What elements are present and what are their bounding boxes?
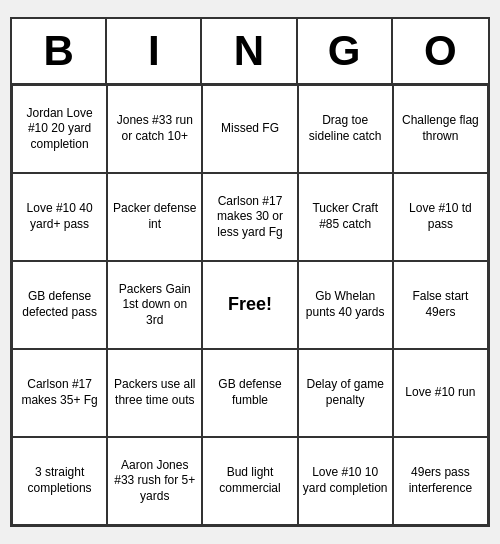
bingo-header: BINGO bbox=[12, 19, 488, 85]
bingo-cell-13[interactable]: Gb Whelan punts 40 yards bbox=[298, 261, 393, 349]
bingo-cell-7[interactable]: Carlson #17 makes 30 or less yard Fg bbox=[202, 173, 297, 261]
bingo-cell-0[interactable]: Jordan Love #10 20 yard completion bbox=[12, 85, 107, 173]
bingo-cell-21[interactable]: Aaron Jones #33 rush for 5+ yards bbox=[107, 437, 202, 525]
header-letter-O: O bbox=[393, 19, 488, 83]
bingo-cell-17[interactable]: GB defense fumble bbox=[202, 349, 297, 437]
bingo-cell-20[interactable]: 3 straight completions bbox=[12, 437, 107, 525]
bingo-cell-8[interactable]: Tucker Craft #85 catch bbox=[298, 173, 393, 261]
bingo-cell-6[interactable]: Packer defense int bbox=[107, 173, 202, 261]
bingo-card: BINGO Jordan Love #10 20 yard completion… bbox=[10, 17, 490, 527]
bingo-cell-3[interactable]: Drag toe sideline catch bbox=[298, 85, 393, 173]
bingo-cell-19[interactable]: Love #10 run bbox=[393, 349, 488, 437]
header-letter-B: B bbox=[12, 19, 107, 83]
bingo-cell-16[interactable]: Packers use all three time outs bbox=[107, 349, 202, 437]
bingo-cell-11[interactable]: Packers Gain 1st down on 3rd bbox=[107, 261, 202, 349]
header-letter-I: I bbox=[107, 19, 202, 83]
bingo-cell-18[interactable]: Delay of game penalty bbox=[298, 349, 393, 437]
bingo-cell-24[interactable]: 49ers pass interference bbox=[393, 437, 488, 525]
bingo-cell-12[interactable]: Free! bbox=[202, 261, 297, 349]
header-letter-G: G bbox=[298, 19, 393, 83]
header-letter-N: N bbox=[202, 19, 297, 83]
bingo-cell-2[interactable]: Missed FG bbox=[202, 85, 297, 173]
bingo-cell-22[interactable]: Bud light commercial bbox=[202, 437, 297, 525]
bingo-cell-1[interactable]: Jones #33 run or catch 10+ bbox=[107, 85, 202, 173]
bingo-grid: Jordan Love #10 20 yard completionJones … bbox=[12, 85, 488, 525]
bingo-cell-10[interactable]: GB defense defected pass bbox=[12, 261, 107, 349]
bingo-cell-4[interactable]: Challenge flag thrown bbox=[393, 85, 488, 173]
bingo-cell-9[interactable]: Love #10 td pass bbox=[393, 173, 488, 261]
bingo-cell-23[interactable]: Love #10 10 yard completion bbox=[298, 437, 393, 525]
bingo-cell-15[interactable]: Carlson #17 makes 35+ Fg bbox=[12, 349, 107, 437]
bingo-cell-5[interactable]: Love #10 40 yard+ pass bbox=[12, 173, 107, 261]
bingo-cell-14[interactable]: False start 49ers bbox=[393, 261, 488, 349]
